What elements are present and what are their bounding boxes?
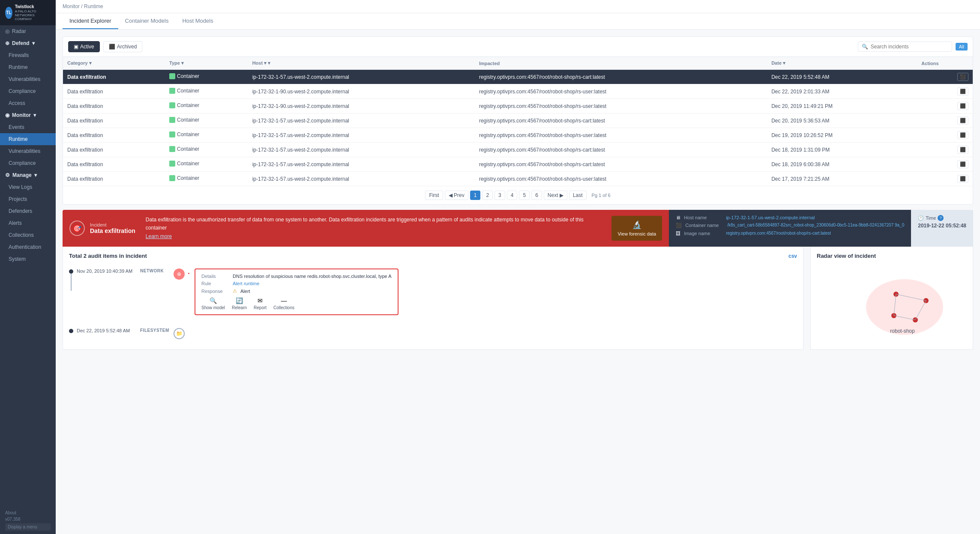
prev-page-btn[interactable]: ◀ Prev [445,191,468,200]
detail-banner-row: 🎯 Incident Data exfiltration Data exfilt… [63,210,973,247]
about-link[interactable]: About [5,510,51,515]
content-area: ▣ Active ⬛ Archived 🔍 All Catego [56,30,980,534]
table-row[interactable]: Data exfiltration Container ip-172-32-1-… [63,113,973,128]
time-help-icon[interactable]: ? [938,215,944,221]
next-page-btn[interactable]: Next ▶ [544,191,567,200]
display-menu-label[interactable]: Display a menu [5,523,51,531]
sidebar-item-access[interactable]: Access [0,97,56,109]
tab-incident-explorer[interactable]: Incident Explorer [63,13,118,29]
cell-type: Container [165,113,248,128]
image-icon: 🖼 [676,231,680,236]
archive-action-btn[interactable]: ⬛ [957,146,968,154]
sidebar-item-runtime[interactable]: Runtime [0,61,56,73]
last-page-btn[interactable]: Last [569,191,587,200]
popup-collections-btn[interactable]: — Collections [273,297,294,310]
page-5-btn[interactable]: 5 [519,191,530,200]
cell-category: Data exfiltration [63,113,165,128]
archive-action-btn[interactable]: ⬛ [957,102,968,110]
page-6-btn[interactable]: 6 [531,191,542,200]
cell-impacted: registry.optivprs.com:4567/root/robot-sh… [475,128,767,143]
sidebar-item-view-logs[interactable]: View Logs [0,181,56,193]
sidebar-item-compliance-monitor[interactable]: Compliance [0,157,56,169]
page-2-btn[interactable]: 2 [482,191,493,200]
sidebar-section-monitor[interactable]: ◉ Monitor ▾ [0,109,56,121]
archive-action-btn[interactable]: ⬛ [957,116,968,125]
page-1-btn[interactable]: 1 [470,191,481,200]
csv-link[interactable]: csv [788,253,797,259]
sidebar-item-events[interactable]: Events [0,121,56,133]
timeline-icon-1[interactable]: ⊕ [174,268,185,280]
meta-image-row: 🖼 Image name registry.optivprs.com:4567/… [676,231,904,236]
sidebar-item-system[interactable]: System [0,253,56,265]
archive-action-btn[interactable]: ⬛ [957,87,968,95]
sidebar-item-firewalls[interactable]: Firewalls [0,49,56,61]
table-row[interactable]: Data exfiltration Container ip-172-32-1-… [63,99,973,113]
tab-host-models[interactable]: Host Models [175,13,220,29]
sidebar-label-vulns-monitor: Vulnerabilities [9,148,40,154]
archive-action-btn[interactable]: ⬛ [957,73,968,81]
archive-action-btn[interactable]: ⬛ [957,160,968,168]
sidebar-item-vulns-monitor[interactable]: Vulnerabilities [0,145,56,157]
archive-action-btn[interactable]: ⬛ [957,131,968,139]
cell-category: Data exfiltration [63,157,165,172]
cell-date: Dec 18, 2019 6:00:38 AM [767,157,917,172]
popup-response-label: Response [201,289,229,294]
tab-container-models[interactable]: Container Models [118,13,176,29]
sidebar-item-vulnerabilities-defend[interactable]: Vulnerabilities [0,73,56,85]
page-4-btn[interactable]: 4 [507,191,518,200]
cell-date: Dec 22, 2019 5:52:48 AM [767,70,917,84]
timeline-icon-2[interactable]: 📁 [174,328,185,339]
cell-host: ip-172-32-1-57.us-west-2.compute.interna… [248,172,475,186]
cell-impacted: registry.optivprs.com:4567/root/robot-sh… [475,143,767,157]
cell-host: ip-172-32-1-57.us-west-2.compute.interna… [248,128,475,143]
page-3-btn[interactable]: 3 [494,191,505,200]
cell-actions: ⬛ [917,128,973,143]
radar-panel: Radar view of incident [810,247,973,350]
cell-host: ip-172-32-1-57.us-west-2.compute.interna… [248,70,475,84]
table-row[interactable]: Data exfiltration Container ip-172-32-1-… [63,143,973,157]
sidebar-item-collections[interactable]: Collections [0,229,56,241]
col-host: Host ▾ ▾ [248,57,475,70]
sidebar-item-authentication[interactable]: Authentication [0,241,56,253]
active-filter-btn[interactable]: ▣ Active [68,41,100,52]
popup-report-btn[interactable]: ✉ Report [254,297,267,310]
archived-filter-btn[interactable]: ⬛ Archived [103,41,143,52]
relearn-icon: 🔄 [236,297,243,304]
host-icon: 🖥 [676,215,680,220]
sidebar-section-manage[interactable]: ⚙ Manage ▾ [0,169,56,181]
cell-impacted: registry.optivprs.com:4567/root/robot-sh… [475,84,767,99]
sidebar-label-manage: Manage [12,172,32,178]
table-row[interactable]: Data exfiltration Container ip-172-32-1-… [63,128,973,143]
sidebar-item-compliance-defend[interactable]: Compliance [0,85,56,97]
cell-category: Data exfiltration [63,99,165,113]
cell-type: Container [165,70,248,84]
sidebar-item-projects[interactable]: Projects [0,193,56,205]
incident-type-icon: 🎯 [69,221,85,236]
popup-relearn-btn[interactable]: 🔄 Relearn [232,297,247,310]
learn-more-link[interactable]: Learn more [146,233,172,239]
timeline-type-1: NETWORK [140,268,170,273]
table-row[interactable]: Data exfiltration Container ip-172-32-1-… [63,84,973,99]
table-row[interactable]: Data exfiltration Container ip-172-32-1-… [63,70,973,84]
topbar: Monitor / Runtime [56,0,980,13]
popup-show-model-btn[interactable]: 🔍 Show model [201,297,225,310]
popup-rule-value[interactable]: Alert runtime [233,281,259,286]
forensic-btn[interactable]: 🔬 View forensic data [611,216,662,241]
archive-icon: ⬛ [109,44,115,50]
sidebar-item-defenders[interactable]: Defenders [0,205,56,217]
first-page-btn[interactable]: First [425,191,443,200]
sidebar-item-radar[interactable]: ◎ Radar [0,25,56,37]
container-icon: ⬛ [676,223,682,228]
col-actions: Actions [917,57,973,70]
search-input[interactable] [871,44,948,50]
sidebar-item-monitor-runtime[interactable]: Runtime [0,133,56,145]
sidebar-label-vulns-defend: Vulnerabilities [9,76,40,82]
sidebar-section-defend[interactable]: ⊕ Defend ▾ [0,37,56,49]
table-row[interactable]: Data exfiltration Container ip-172-32-1-… [63,172,973,186]
timeline-item-2: Dec 22, 2019 5:52:48 AM FILESYSTEM 📁 [69,328,797,339]
table-row[interactable]: Data exfiltration Container ip-172-32-1-… [63,157,973,172]
cell-impacted: registry.optivprs.com:4567/root/robot-sh… [475,70,767,84]
sidebar-item-alerts[interactable]: Alerts [0,217,56,229]
archive-action-btn[interactable]: ⬛ [957,175,968,183]
col-category: Category ▾ [63,57,165,70]
